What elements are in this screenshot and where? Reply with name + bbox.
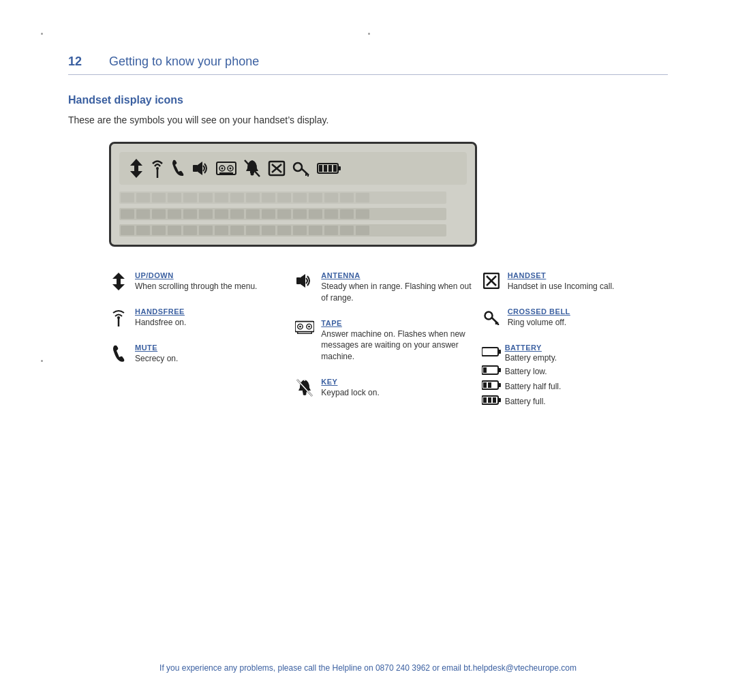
- mute-icon: [482, 273, 501, 289]
- dot-2: [368, 33, 370, 35]
- handsfree-text: ANTENNA Steady when in range. Flashing w…: [321, 271, 474, 304]
- section-title: Handset display icons: [68, 94, 668, 106]
- lcd-tape-icon: [216, 159, 236, 178]
- handsfree-desc: Steady when in range. Flashing when out …: [321, 281, 474, 304]
- lcd-bell-icon: [243, 159, 261, 178]
- svg-point-3: [156, 167, 159, 170]
- handset-text: MUTE Secrecy on.: [135, 344, 178, 365]
- battery-empty-item: BATTERY Battery empty.: [482, 344, 562, 363]
- footer-text: If you experience any problems, please c…: [159, 663, 577, 673]
- tape-desc: Answer machine on. Flashes when new mess…: [321, 329, 474, 363]
- svg-line-18: [301, 168, 309, 175]
- lcd-antenna-icon: [151, 159, 164, 178]
- svg-rect-23: [319, 165, 322, 172]
- handset-label: MUTE: [135, 344, 178, 352]
- svg-point-10: [230, 168, 232, 170]
- icon-entry-handsfree: ANTENNA Steady when in range. Flashing w…: [295, 271, 481, 304]
- svg-rect-50: [498, 350, 501, 354]
- tape-icon: [295, 320, 314, 335]
- crossedbell-label: KEY: [321, 378, 379, 386]
- svg-rect-57: [488, 382, 491, 388]
- key-label: CROSSED BELL: [508, 307, 570, 316]
- antenna-label: HANDSFREE: [135, 307, 186, 316]
- svg-rect-52: [498, 368, 501, 372]
- battery-half-desc: Battery half full.: [505, 382, 562, 391]
- lcd-key-icon: [292, 159, 310, 178]
- dot-1: [41, 33, 43, 35]
- updown-icon: [109, 273, 128, 290]
- lcd-handset-icon: [171, 159, 185, 178]
- battery-low-item: Battery low.: [482, 365, 562, 378]
- battery-label: BATTERY: [505, 344, 557, 352]
- updown-label: UP/DOWN: [135, 271, 257, 279]
- crossed-bell-icon: [295, 379, 314, 397]
- icon-entry-handset: MUTE Secrecy on.: [109, 344, 295, 365]
- footer: If you experience any problems, please c…: [0, 663, 736, 673]
- svg-rect-53: [483, 367, 487, 373]
- updown-text: UP/DOWN When scrolling through the menu.: [135, 271, 257, 292]
- lcd-speaker-icon: [191, 159, 209, 178]
- lcd-cell: [119, 192, 446, 204]
- lcd-icons-row: [119, 152, 467, 185]
- svg-point-12: [251, 172, 254, 176]
- svg-rect-60: [483, 397, 487, 403]
- svg-rect-61: [488, 397, 491, 403]
- lcd-row-2: [119, 208, 467, 220]
- column-1: UP/DOWN When scrolling through the menu.…: [109, 271, 295, 424]
- svg-rect-26: [333, 165, 337, 172]
- svg-point-9: [221, 168, 224, 170]
- icon-entry-tape: TAPE Answer machine on. Flashes when new…: [295, 319, 481, 363]
- lcd-row-3: [119, 224, 467, 237]
- battery-full-item: Battery full.: [482, 395, 562, 408]
- lcd-row-1: [119, 192, 467, 204]
- svg-rect-55: [498, 383, 501, 387]
- icons-grid: UP/DOWN When scrolling through the menu.…: [109, 271, 668, 424]
- icon-entry-mute: HANDSET Handset in use Incoming call.: [482, 271, 668, 292]
- mute-desc: Handset in use Incoming call.: [508, 281, 615, 292]
- svg-rect-24: [324, 165, 327, 172]
- lcd-display: [109, 142, 477, 247]
- svg-rect-4: [193, 165, 198, 172]
- icon-entry-antenna: HANDSFREE Handsfree on.: [109, 307, 295, 329]
- svg-marker-1: [130, 166, 142, 178]
- battery-empty-desc: Battery empty.: [505, 353, 557, 363]
- svg-point-30: [117, 316, 120, 319]
- svg-point-37: [308, 325, 310, 327]
- crossedbell-text: KEY Keypad lock on.: [321, 378, 379, 399]
- page-title: Getting to know your phone: [109, 55, 259, 69]
- battery-low-icon: [482, 365, 501, 378]
- header-divider: [68, 74, 668, 75]
- svg-rect-49: [482, 348, 498, 356]
- battery-full-icon: [482, 395, 501, 408]
- svg-line-46: [491, 318, 498, 324]
- key-desc: Ring volume off.: [508, 317, 570, 329]
- lcd-battery-icon: [317, 159, 341, 178]
- speaker-icon: [295, 273, 314, 289]
- column-2: ANTENNA Steady when in range. Flashing w…: [295, 271, 481, 424]
- antenna-icon: [109, 309, 128, 326]
- mute-label: HANDSET: [508, 271, 615, 279]
- svg-point-17: [294, 163, 302, 171]
- svg-marker-28: [112, 279, 125, 290]
- svg-point-39: [303, 392, 307, 395]
- page-header: 12 Getting to know your phone: [68, 55, 668, 69]
- page-container: 12 Getting to know your phone Handset di…: [0, 0, 736, 465]
- lcd-updown-icon: [129, 159, 144, 178]
- key-text: CROSSED BELL Ring volume off.: [508, 307, 570, 329]
- column-3: HANDSET Handset in use Incoming call. CR…: [482, 271, 668, 424]
- svg-rect-25: [328, 165, 332, 172]
- svg-rect-31: [296, 277, 301, 284]
- crossedbell-desc: Keypad lock on.: [321, 387, 379, 399]
- svg-marker-32: [301, 274, 305, 288]
- svg-rect-22: [338, 166, 341, 170]
- updown-desc: When scrolling through the menu.: [135, 281, 257, 292]
- icon-entry-battery: BATTERY Battery empty.: [482, 344, 668, 409]
- lcd-mute-icon: [268, 159, 286, 178]
- mute-text: HANDSET Handset in use Incoming call.: [508, 271, 615, 292]
- battery-low-desc: Battery low.: [505, 367, 547, 376]
- handset-desc: Secrecy on.: [135, 353, 178, 365]
- description: These are the symbols you will see on yo…: [68, 115, 668, 125]
- icon-entry-key: CROSSED BELL Ring volume off.: [482, 307, 668, 329]
- page-number: 12: [68, 55, 82, 69]
- battery-half-icon: [482, 380, 501, 393]
